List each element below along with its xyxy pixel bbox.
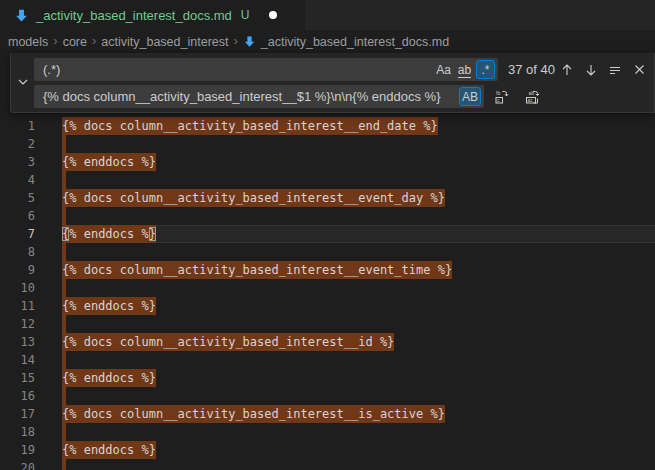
previous-match-button[interactable] <box>557 58 577 81</box>
code-line[interactable]: {% enddocs %} <box>62 369 156 387</box>
line-number: 3 <box>0 153 35 171</box>
line-number: 12 <box>0 315 35 333</box>
breadcrumb-item-models[interactable]: models <box>8 35 48 49</box>
markdown-file-icon <box>14 8 29 23</box>
code-line[interactable]: {% docs column__activity_based_interest_… <box>62 117 438 135</box>
tab-filename: _activity_based_interest_docs.md <box>36 8 232 23</box>
line-number: 5 <box>0 189 35 207</box>
code-line[interactable] <box>62 243 66 261</box>
regex-toggle[interactable]: .* <box>476 60 495 79</box>
breadcrumb-item-core[interactable]: core <box>63 35 87 49</box>
code-text: % enddocs % <box>69 227 148 241</box>
code-line[interactable] <box>62 351 66 369</box>
line-number: 19 <box>0 441 35 459</box>
empty-match-highlight <box>62 135 66 153</box>
code-line[interactable]: {% docs column__activity_based_interest_… <box>62 333 394 351</box>
line-number: 10 <box>0 279 35 297</box>
line-number: 16 <box>0 387 35 405</box>
find-options: Aa ab .* <box>434 60 495 79</box>
replace-one-button[interactable]: c fb <box>491 85 511 108</box>
svg-text:ac: ac <box>528 98 534 103</box>
replace-buttons: c fb ac ab <box>491 85 542 108</box>
code-line[interactable] <box>62 207 66 225</box>
line-number: 2 <box>0 135 35 153</box>
close-icon <box>633 63 646 76</box>
line-number: 15 <box>0 369 35 387</box>
breadcrumb-separator-icon: › <box>92 33 96 48</box>
code-line[interactable]: {% enddocs %} <box>62 441 156 459</box>
line-number: 11 <box>0 297 35 315</box>
replace-all-icon: ac ab <box>524 89 540 105</box>
tab-active-file[interactable]: _activity_based_interest_docs.md U <box>0 0 305 30</box>
code-line[interactable] <box>62 423 66 441</box>
next-match-button[interactable] <box>581 58 601 81</box>
line-number: 9 <box>0 261 35 279</box>
find-replace-widget: Aa ab .* 37 of 40 <box>10 53 655 113</box>
find-match-highlight: {% docs column__activity_based_interest_… <box>62 117 438 135</box>
find-match-highlight: {% docs column__activity_based_interest_… <box>62 261 452 279</box>
unsaved-dot-icon[interactable] <box>269 11 277 19</box>
line-number: 8 <box>0 243 35 261</box>
editor-pane[interactable]: 1{% docs column__activity_based_interest… <box>0 53 655 470</box>
markdown-file-icon <box>243 35 256 48</box>
find-match-highlight: {% docs column__activity_based_interest_… <box>62 189 445 207</box>
code-line[interactable]: {% docs column__activity_based_interest_… <box>62 189 445 207</box>
breadcrumb-item-activity_based_interest[interactable]: activity_based_interest <box>101 35 228 49</box>
code-line[interactable]: {% docs column__activity_based_interest_… <box>62 405 445 423</box>
git-status-badge: U <box>241 8 250 22</box>
find-match-highlight: {% docs column__activity_based_interest_… <box>62 405 445 423</box>
vscode-window: _activity_based_interest_docs.md U model… <box>0 0 655 470</box>
whole-word-label: ab <box>458 65 471 78</box>
line-number: 13 <box>0 333 35 351</box>
find-in-selection-button[interactable] <box>605 58 625 81</box>
arrow-up-icon <box>560 63 574 77</box>
preserve-case-toggle[interactable]: AB <box>459 87 481 106</box>
breadcrumb-item-file[interactable]: _activity_based_interest_docs.md <box>261 35 449 49</box>
find-match-highlight: {% enddocs %} <box>62 297 156 315</box>
svg-text:c: c <box>497 98 500 103</box>
line-number: 14 <box>0 351 35 369</box>
line-number: 17 <box>0 405 35 423</box>
empty-match-highlight <box>62 459 66 470</box>
line-number: 1 <box>0 117 35 135</box>
code-line[interactable]: {% docs column__activity_based_interest_… <box>62 261 452 279</box>
empty-match-highlight <box>62 243 66 261</box>
code-line[interactable]: {% enddocs %} <box>62 225 156 243</box>
replace-options: AB <box>459 87 481 106</box>
chevron-down-icon <box>17 76 29 88</box>
code-line[interactable] <box>62 279 66 297</box>
find-input[interactable] <box>34 62 498 77</box>
whole-word-toggle[interactable]: ab <box>455 60 474 79</box>
code-line[interactable] <box>62 135 66 153</box>
svg-text:ab: ab <box>529 89 535 95</box>
empty-match-highlight <box>62 171 66 189</box>
code-line[interactable] <box>62 171 66 189</box>
replace-all-button[interactable]: ac ab <box>522 85 542 108</box>
code-line[interactable] <box>62 459 66 470</box>
code-line[interactable] <box>62 387 66 405</box>
empty-match-highlight <box>62 351 66 369</box>
empty-match-highlight <box>62 207 66 225</box>
empty-match-highlight <box>62 315 66 333</box>
find-match-highlight: {% enddocs %} <box>62 153 156 171</box>
code-line[interactable]: {% enddocs %} <box>62 297 156 315</box>
svg-text:fb: fb <box>496 89 500 95</box>
find-input-box: Aa ab .* <box>34 58 498 81</box>
line-number: 18 <box>0 423 35 441</box>
line-number: 7 <box>0 225 35 243</box>
empty-match-highlight <box>62 387 66 405</box>
line-number: 20 <box>0 459 35 470</box>
match-case-toggle[interactable]: Aa <box>434 60 453 79</box>
tab-bar: _activity_based_interest_docs.md U <box>0 0 655 30</box>
empty-match-highlight <box>62 423 66 441</box>
toggle-replace-button[interactable] <box>11 53 34 111</box>
find-results-count: 37 of 40 <box>508 58 555 81</box>
replace-input[interactable] <box>34 89 484 104</box>
breadcrumb-separator-icon: › <box>53 33 57 48</box>
code-line[interactable] <box>62 315 66 333</box>
replace-icon: c fb <box>493 89 509 105</box>
line-number: 4 <box>0 171 35 189</box>
code-line[interactable]: {% enddocs %} <box>62 153 156 171</box>
find-match-highlight: {% docs column__activity_based_interest_… <box>62 333 394 351</box>
close-find-button[interactable] <box>629 58 649 81</box>
